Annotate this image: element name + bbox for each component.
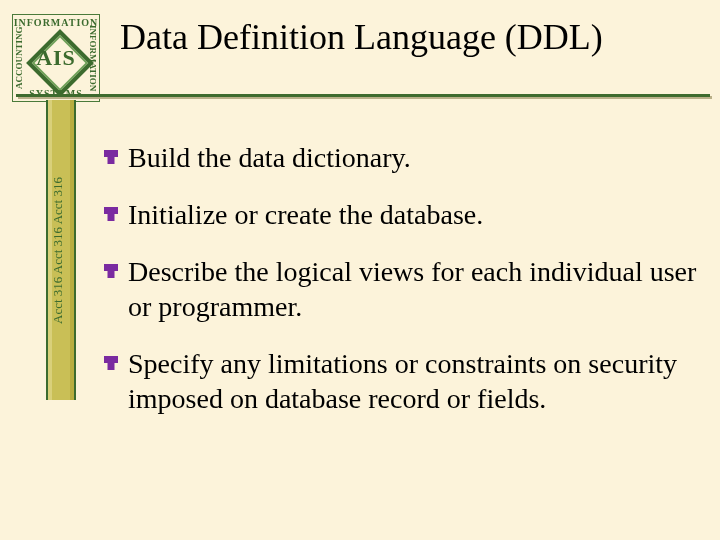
svg-rect-1 <box>108 150 115 164</box>
bullet-icon <box>104 150 118 164</box>
list-item-text: Initialize or create the database. <box>128 197 483 232</box>
svg-rect-7 <box>108 356 115 370</box>
logo-arc-right: INFORMATION <box>88 15 98 101</box>
logo-arc-top: INFORMATION <box>13 17 99 28</box>
list-item-text: Build the data dictionary. <box>128 140 411 175</box>
list-item: Specify any limitations or constraints o… <box>104 346 698 416</box>
title-underline <box>16 94 710 97</box>
list-item-text: Specify any limitations or constraints o… <box>128 346 698 416</box>
list-item: Describe the logical views for each indi… <box>104 254 698 324</box>
side-spine-text: Acct 316 Acct 316 Acct 316 <box>50 106 68 396</box>
bullet-list: Build the data dictionary. Initialize or… <box>104 140 698 438</box>
bullet-icon <box>104 356 118 370</box>
logo-arc-left: ACCOUNTING <box>14 15 24 101</box>
slide-title: Data Definition Language (DDL) <box>120 18 710 58</box>
bullet-icon <box>104 264 118 278</box>
svg-rect-5 <box>108 264 115 278</box>
list-item: Build the data dictionary. <box>104 140 698 175</box>
svg-rect-3 <box>108 207 115 221</box>
list-item-text: Describe the logical views for each indi… <box>128 254 698 324</box>
title-area: Data Definition Language (DDL) <box>120 18 710 58</box>
bullet-icon <box>104 207 118 221</box>
list-item: Initialize or create the database. <box>104 197 698 232</box>
ais-logo: AIS INFORMATION SYSTEMS ACCOUNTING INFOR… <box>12 14 100 102</box>
